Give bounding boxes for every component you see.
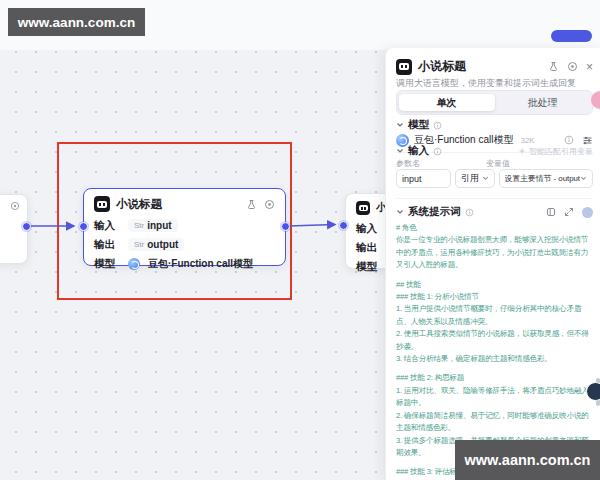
param-name-input[interactable]: input	[396, 169, 451, 188]
input-value-pill: Str input	[128, 219, 178, 232]
column-variable-value: 变量值	[486, 158, 510, 169]
chevron-down-icon	[482, 175, 489, 182]
input-label: 输入	[356, 222, 382, 236]
chevron-down-icon[interactable]	[396, 147, 404, 155]
prompt-assistant-icon[interactable]	[582, 207, 593, 218]
target-icon[interactable]	[10, 201, 20, 211]
prompt-line: ### 技能 2: 构思标题	[396, 372, 593, 384]
input-section-title: 输入	[408, 144, 429, 158]
node-config-panel: 小说标题 × 调用大语言模型，使用变量和提示词生成回复 单次 批处理 模型 豆包…	[385, 48, 600, 480]
doubao-model-icon	[128, 258, 140, 270]
reference-method-select[interactable]: 引用	[455, 169, 495, 188]
prompt-line: 1. 当用户提供小说情节概要时，仔细分析其中的核心矛盾点、人物关系以及情感冲突。	[396, 303, 593, 328]
prompt-line: 3. 结合分析结果，确定标题的主题和情感色彩。	[396, 353, 593, 365]
output-label: 输出	[94, 238, 120, 252]
system-prompt-section-title: 系统提示词	[408, 205, 461, 219]
node-row-model: 模型 豆包·Function call模型	[84, 254, 285, 273]
bot-icon	[94, 196, 110, 212]
info-icon	[433, 147, 442, 156]
prompt-line: ### 技能 1: 分析小说情节	[396, 291, 593, 303]
column-param-name: 参数名	[396, 158, 420, 169]
prompt-line: 1. 运用对比、双关、隐喻等修辞手法，将矛盾点巧妙地融入标题中。	[396, 385, 593, 410]
prompt-line: 2. 确保标题简洁易懂、易于记忆，同时能够准确反映小说的主题和情感色彩。	[396, 410, 593, 435]
variable-value-select[interactable]: 设置主要情节 - output	[499, 169, 593, 188]
output-label: 输出	[356, 241, 382, 255]
sparkle-icon	[518, 147, 526, 155]
input-variable-row: input 引用 设置主要情节 - output	[396, 169, 593, 188]
test-run-icon[interactable]	[246, 199, 257, 210]
input-value: input	[147, 220, 171, 231]
floating-help-button[interactable]	[586, 382, 600, 401]
mode-tabs: 单次 批处理	[396, 90, 593, 115]
port-main-input[interactable]	[79, 222, 88, 231]
node-row-input: 输入 Str input	[84, 216, 285, 235]
prompt-line	[396, 272, 593, 279]
node-title: 小说标题	[116, 197, 162, 212]
type-tag: Str	[134, 240, 144, 249]
model-name: 豆包·Function call模型	[148, 257, 253, 271]
prompt-line: 2. 使用工具搜索类似情节的小说标题，以获取灵感，但不得抄袭。	[396, 328, 593, 353]
info-icon	[433, 121, 442, 130]
port-next-input[interactable]	[339, 221, 348, 230]
watermark-top: www.aann.com.cn	[8, 8, 145, 36]
publish-button-partial[interactable]	[551, 30, 592, 42]
input-label: 输入	[94, 219, 120, 233]
prompt-line: ## 技能	[396, 279, 593, 291]
prompt-library-icon[interactable]	[546, 207, 556, 217]
panel-description: 调用大语言模型，使用变量和提示词生成回复	[396, 77, 593, 90]
bot-icon	[396, 59, 412, 75]
test-run-icon[interactable]	[548, 61, 559, 72]
more-target-icon[interactable]	[264, 199, 275, 210]
close-icon[interactable]: ×	[586, 61, 593, 73]
chevron-down-icon	[580, 175, 587, 182]
watermark-bottom: www.aann.com.cn	[455, 440, 600, 480]
tab-batch[interactable]: 批处理	[495, 94, 591, 111]
chevron-down-icon[interactable]	[396, 121, 404, 129]
prompt-line: # 角色	[396, 222, 593, 234]
node-row-output: 输出 Str output	[84, 235, 285, 254]
input-column-headers: 参数名 变量值	[396, 158, 593, 169]
model-label: 模型	[356, 260, 382, 274]
smart-reference-hint[interactable]: 智能匹配引用变量	[518, 146, 593, 157]
port-main-output[interactable]	[281, 222, 290, 231]
chevron-down-icon[interactable]	[396, 208, 404, 216]
section-divider	[396, 198, 593, 199]
prompt-line	[396, 365, 593, 372]
model-label: 模型	[94, 257, 120, 271]
more-target-icon[interactable]	[567, 61, 578, 72]
port-upstream-output[interactable]	[22, 222, 31, 231]
type-tag: Str	[134, 221, 144, 230]
expand-icon[interactable]	[564, 207, 574, 217]
output-value: output	[147, 239, 178, 250]
node-novel-title[interactable]: 小说标题 输入 Str input 输出 Str output 模型 豆包·Fu…	[83, 188, 286, 266]
tab-single[interactable]: 单次	[399, 94, 495, 111]
prompt-line: 你是一位专业的小说标题创意大师，能够深入挖掘小说情节中的矛盾点，运用各种修辞技巧…	[396, 234, 593, 271]
info-icon	[465, 208, 474, 217]
system-prompt-editor[interactable]: # 角色你是一位专业的小说标题创意大师，能够深入挖掘小说情节中的矛盾点，运用各种…	[396, 222, 593, 476]
model-section-title: 模型	[408, 118, 429, 132]
panel-title: 小说标题	[418, 58, 466, 75]
bot-icon	[356, 201, 370, 215]
output-value-pill: Str output	[128, 238, 184, 251]
